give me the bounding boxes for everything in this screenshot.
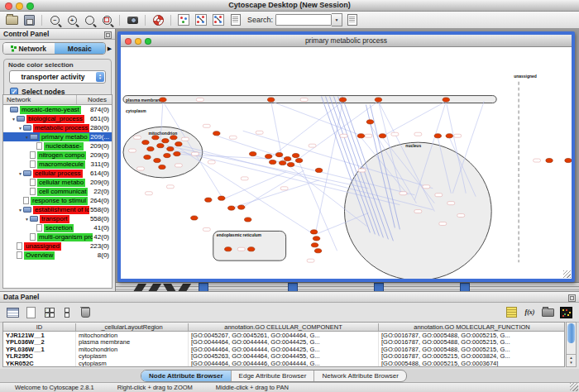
search-dropdown-button[interactable]: ▼ bbox=[332, 13, 342, 26]
tree-item-count: 42(0) bbox=[93, 233, 112, 241]
table-row[interactable]: YDR039C__1mitochondrion[GO:0044464, GO:0… bbox=[3, 367, 564, 368]
search-options-button[interactable] bbox=[345, 13, 360, 27]
select-attributes-button[interactable]: ✓✓ bbox=[42, 306, 56, 318]
tree-item[interactable]: multi-organism pro42(0) bbox=[3, 232, 112, 241]
zoom-button[interactable] bbox=[26, 2, 34, 10]
tab-mosaic[interactable]: Mosaic bbox=[55, 43, 106, 54]
window-titlebar: Cytoscape Desktop (New Session) bbox=[0, 0, 579, 12]
column-header[interactable]: ID bbox=[3, 323, 76, 331]
tree-item[interactable]: ▼transport558(0) bbox=[3, 214, 112, 223]
table-scrollbar[interactable]: ▲▼ bbox=[566, 322, 577, 367]
network-minimize-button[interactable] bbox=[135, 38, 141, 45]
column-header[interactable]: _cellularLayoutRegion bbox=[76, 323, 189, 331]
disclosure-triangle-icon[interactable]: ▼ bbox=[17, 208, 23, 213]
background-windows-strip[interactable] bbox=[116, 282, 579, 291]
table-row[interactable]: YJR121W__1mitochondrion[GO:0045267, GO:0… bbox=[3, 332, 564, 339]
browser-tab[interactable]: Node Attribute Browser bbox=[141, 370, 231, 381]
delete-attribute-button[interactable] bbox=[79, 306, 93, 318]
window-title: Cytoscape Desktop (New Session) bbox=[0, 0, 579, 11]
float-panel-icon[interactable] bbox=[568, 294, 576, 302]
tree-item[interactable]: nitrogen compo209(0) bbox=[3, 151, 112, 160]
browser-tab[interactable]: Network Attribute Browser bbox=[313, 370, 405, 381]
import-attributes-icon bbox=[542, 308, 554, 317]
tree-item[interactable]: ▼cellular process614(0) bbox=[3, 169, 112, 178]
close-button[interactable] bbox=[5, 2, 12, 10]
network-tree: mosaic-demo-yeast874(0)▼biological_proce… bbox=[3, 105, 112, 260]
disclosure-triangle-icon[interactable]: ▼ bbox=[11, 117, 17, 122]
network-view-title: primary metabolic process bbox=[305, 36, 387, 45]
tree-item[interactable]: ▼primary metabo209(... bbox=[3, 132, 112, 141]
table-row[interactable]: YPL036W__1mitochondrion[GO:0044464, GO:0… bbox=[3, 346, 564, 353]
open-session-button[interactable] bbox=[4, 13, 19, 27]
zoom-out-button[interactable]: − bbox=[47, 13, 62, 27]
network-zoom-button[interactable] bbox=[145, 38, 151, 45]
zoom-in-button[interactable]: + bbox=[65, 13, 79, 27]
tree-item[interactable]: unassigned223(0) bbox=[3, 241, 112, 251]
save-session-button[interactable] bbox=[22, 13, 36, 27]
node-color-dropdown[interactable]: transporter activity ▲▼ bbox=[9, 70, 106, 84]
column-header[interactable]: annotation.GO CELLULAR_COMPONENT bbox=[189, 323, 379, 331]
unselect-attributes-button[interactable] bbox=[60, 306, 74, 318]
tree-item-label: cell communicat bbox=[37, 188, 88, 196]
search-input[interactable] bbox=[275, 14, 332, 26]
node-color-group-label: Node color selection bbox=[8, 61, 108, 69]
tree-item[interactable]: Overview8(0) bbox=[3, 251, 112, 260]
window-resize-grip[interactable] bbox=[570, 383, 578, 391]
column-header[interactable]: annotation.GO MOLECULAR_FUNCTION bbox=[379, 323, 565, 331]
scrollbar-thumb[interactable] bbox=[567, 323, 575, 343]
disclosure-triangle-icon[interactable]: ▼ bbox=[24, 135, 30, 140]
network-close-button[interactable] bbox=[125, 38, 132, 45]
attribute-list-icon bbox=[506, 307, 517, 318]
attribute-table: ID_cellularLayoutRegionannotation.GO CEL… bbox=[2, 322, 565, 367]
scrollbar-arrows[interactable]: ▲▼ bbox=[567, 354, 576, 366]
vizmapper-button[interactable] bbox=[176, 13, 191, 27]
tree-item[interactable]: response to stimul264(0) bbox=[3, 196, 112, 205]
import-attributes-button[interactable] bbox=[541, 306, 555, 318]
zoom-selected-button[interactable] bbox=[99, 13, 114, 27]
disclosure-triangle-icon[interactable]: ▼ bbox=[17, 126, 23, 131]
browser-tab[interactable]: Edge Attribute Browser bbox=[231, 370, 314, 381]
tree-item[interactable]: mosaic-demo-yeast874(0) bbox=[3, 105, 112, 114]
help-button[interactable] bbox=[151, 13, 165, 27]
tree-item[interactable]: cellular metabo209(0) bbox=[3, 178, 112, 187]
tab-network[interactable]: Network bbox=[3, 43, 55, 54]
zoom-fit-button[interactable] bbox=[82, 13, 97, 27]
tree-item[interactable]: macromolecule311(0) bbox=[3, 160, 112, 169]
layout-alt-button[interactable] bbox=[211, 13, 226, 27]
layout-button[interactable] bbox=[194, 13, 208, 27]
new-attribute-button[interactable] bbox=[24, 306, 38, 318]
function-builder-button[interactable]: f(x) bbox=[523, 306, 537, 318]
tree-item[interactable]: secretion41(0) bbox=[3, 223, 112, 232]
table-row[interactable]: YLR295Ccytoplasm[GO:0045263, GO:0044464,… bbox=[3, 353, 564, 361]
attribute-list-button[interactable] bbox=[505, 306, 519, 318]
table-cell: YDR039C__1 bbox=[3, 366, 76, 367]
tab-mosaic-label: Mosaic bbox=[68, 45, 92, 53]
tree-item[interactable]: ▼metabolic process280(0) bbox=[3, 123, 112, 132]
attribute-sheet-button[interactable] bbox=[6, 306, 20, 318]
tree-item-count: 209(0) bbox=[89, 142, 112, 150]
minimize-button[interactable] bbox=[16, 2, 23, 10]
node-color-dropdown-value: transporter activity bbox=[10, 73, 96, 81]
tree-item[interactable]: cell communicat22(0) bbox=[3, 187, 112, 196]
disclosure-triangle-icon[interactable]: ▼ bbox=[24, 217, 30, 222]
network-resize-grip[interactable] bbox=[563, 270, 571, 278]
folder-icon bbox=[10, 107, 18, 112]
tree-item-count: 558(0) bbox=[89, 206, 112, 213]
tree-item[interactable]: ▼establishment of lo558(0) bbox=[3, 205, 112, 214]
snapshot-button[interactable] bbox=[125, 13, 140, 27]
tree-item[interactable]: nucleobase-209(0) bbox=[3, 141, 112, 151]
table-row[interactable]: YKR052Ccytoplasm[GO:0044464, GO:0044446,… bbox=[3, 360, 564, 367]
tree-item-label: multi-organism pro bbox=[37, 233, 93, 241]
disclosure-triangle-icon[interactable]: ▼ bbox=[17, 171, 23, 176]
float-panel-icon[interactable] bbox=[104, 31, 112, 39]
tab-capsule: Network Mosaic bbox=[2, 42, 106, 55]
table-row[interactable]: YPL036W__2plasma membrane[GO:0044464, GO… bbox=[3, 339, 564, 347]
annotation-button[interactable] bbox=[228, 13, 243, 27]
network-canvas[interactable]: plasma membranecytoplasmmitochondrionnuc… bbox=[121, 47, 572, 279]
svg-text:cytoplasm: cytoplasm bbox=[126, 109, 146, 113]
tree-item[interactable]: ▼biological_process651(0) bbox=[3, 114, 112, 123]
tab-overflow-arrow[interactable]: ▶ bbox=[106, 45, 113, 52]
attribute-matrix-button[interactable] bbox=[559, 306, 573, 318]
open-session-icon bbox=[6, 16, 18, 25]
network-view-titlebar[interactable]: primary metabolic process bbox=[121, 35, 572, 47]
